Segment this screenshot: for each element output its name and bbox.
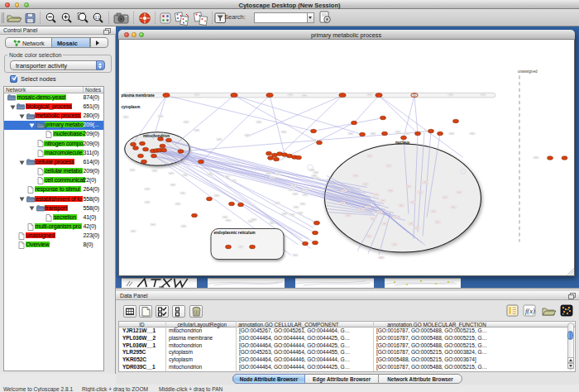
svg-text:nucleus: nucleus <box>395 141 410 145</box>
svg-text:endoplasmic reticulum: endoplasmic reticulum <box>214 231 256 235</box>
svg-text:plasma membrane: plasma membrane <box>122 93 156 98</box>
svg-text:unassigned: unassigned <box>518 69 538 73</box>
svg-text:mitochondrion: mitochondrion <box>143 133 170 137</box>
svg-text:cytoplasm: cytoplasm <box>122 105 141 109</box>
svg-text:f(x): f(x) <box>525 307 535 315</box>
svg-text:1:1: 1:1 <box>95 16 101 20</box>
